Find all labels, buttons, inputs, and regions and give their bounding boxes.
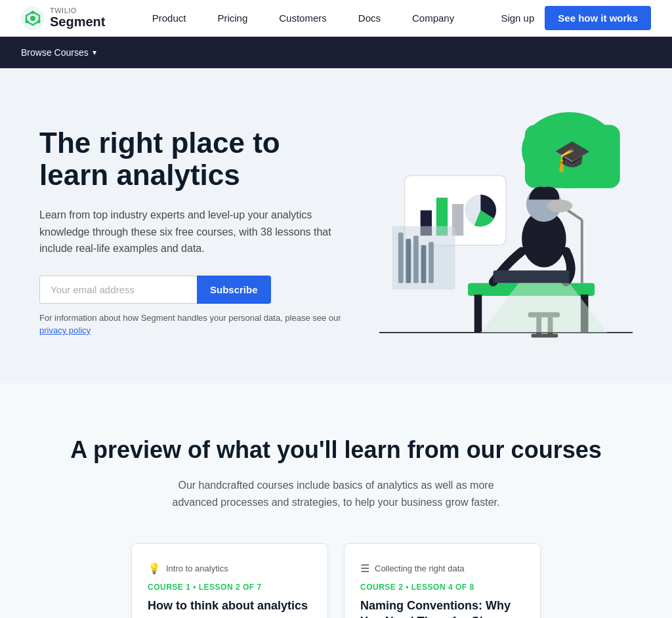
course-card-1[interactable]: 💡 Intro to analytics COURSE 1 • Lesson 2… xyxy=(131,543,328,618)
card-1-title: How to think about analytics xyxy=(148,598,312,613)
nav-docs[interactable]: Docs xyxy=(343,0,396,37)
see-how-it-works-button[interactable]: See how it works xyxy=(545,6,651,30)
svg-point-3 xyxy=(37,20,41,23)
privacy-text: For information about how Segment handle… xyxy=(39,312,341,337)
subscribe-button[interactable]: Subscribe xyxy=(197,276,271,304)
hero-description: Learn from top industry experts and leve… xyxy=(39,207,341,257)
card-2-course-line: COURSE 2 • Lesson 4 of 8 xyxy=(360,583,524,592)
svg-point-1 xyxy=(30,16,35,21)
card-1-category: Intro to analytics xyxy=(166,564,228,573)
logo-product: Segment xyxy=(50,14,105,29)
nav-pricing[interactable]: Pricing xyxy=(201,0,263,37)
svg-point-2 xyxy=(32,10,35,14)
svg-rect-18 xyxy=(494,270,570,283)
preview-description: Our handcrafted courses include basics o… xyxy=(159,477,513,510)
svg-rect-27 xyxy=(421,245,427,283)
logo[interactable]: TWILIO Segment xyxy=(21,7,105,30)
svg-point-31 xyxy=(547,199,573,212)
course-cards: 💡 Intro to analytics COURSE 1 • Lesson 2… xyxy=(26,543,646,618)
preview-section: A preview of what you'll learn from our … xyxy=(0,383,672,618)
nav-links: Product Pricing Customers Docs Company xyxy=(136,0,470,37)
navbar: TWILIO Segment Product Pricing Customers… xyxy=(0,0,672,37)
hero-illustration: 🎓 xyxy=(341,112,633,353)
hero-section: The right place to learn analytics Learn… xyxy=(0,68,672,383)
svg-rect-28 xyxy=(429,241,434,283)
svg-rect-26 xyxy=(413,236,419,283)
browse-courses-dropdown[interactable]: Browse Courses ▾ xyxy=(21,47,96,58)
email-input[interactable] xyxy=(39,276,197,304)
browse-bar: Browse Courses ▾ xyxy=(0,37,672,68)
card-2-category-row: ☰ Collecting the right data xyxy=(360,562,524,575)
svg-text:🎓: 🎓 xyxy=(553,138,591,174)
list-icon: ☰ xyxy=(360,562,369,575)
signup-link[interactable]: Sign up xyxy=(501,12,534,24)
nav-customers[interactable]: Customers xyxy=(263,0,343,37)
svg-point-4 xyxy=(26,20,29,23)
svg-rect-14 xyxy=(474,295,482,333)
lightbulb-icon: 💡 xyxy=(148,562,161,575)
course-card-2[interactable]: ☰ Collecting the right data COURSE 2 • L… xyxy=(344,543,541,618)
svg-rect-22 xyxy=(532,333,558,337)
hero-title: The right place to learn analytics xyxy=(39,127,341,191)
browse-courses-label: Browse Courses xyxy=(21,47,89,58)
card-2-title: Naming Conventions: Why You Need Them fo… xyxy=(360,598,524,618)
nav-actions: Sign up See how it works xyxy=(501,6,651,30)
logo-brand: TWILIO xyxy=(50,7,105,14)
chevron-down-icon: ▾ xyxy=(93,48,96,57)
hero-content: The right place to learn analytics Learn… xyxy=(39,127,341,337)
card-1-course-line: COURSE 1 • Lesson 2 of 7 xyxy=(148,583,312,592)
svg-rect-24 xyxy=(398,232,404,283)
hero-form: Subscribe xyxy=(39,276,341,304)
nav-product[interactable]: Product xyxy=(136,0,202,37)
preview-title: A preview of what you'll learn from our … xyxy=(26,436,646,464)
nav-company[interactable]: Company xyxy=(396,0,470,37)
svg-rect-25 xyxy=(406,239,411,283)
card-2-category: Collecting the right data xyxy=(375,564,465,573)
privacy-policy-link[interactable]: privacy policy xyxy=(39,325,91,335)
card-1-category-row: 💡 Intro to analytics xyxy=(148,562,312,575)
